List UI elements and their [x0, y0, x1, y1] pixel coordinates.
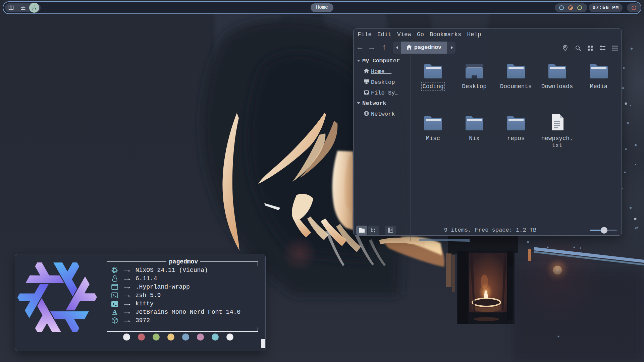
svg-text:A: A	[112, 308, 117, 315]
